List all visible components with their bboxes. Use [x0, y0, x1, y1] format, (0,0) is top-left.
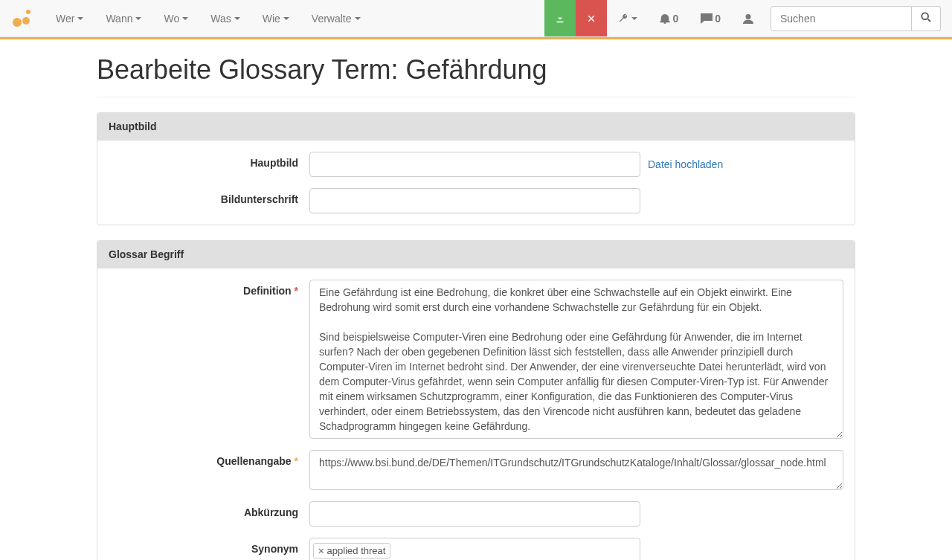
svg-point-0 — [13, 18, 22, 27]
search-box — [765, 0, 952, 36]
nav-wer[interactable]: Wer — [45, 0, 94, 36]
save-button[interactable] — [544, 0, 576, 36]
textarea-definition[interactable] — [309, 280, 843, 439]
nav-wie[interactable]: Wie — [251, 0, 300, 36]
nav-verwalte[interactable]: Verwalte — [300, 0, 372, 36]
close-icon — [587, 13, 596, 24]
panel-hauptbild: Hauptbild Hauptbild Datei hochladen Bild… — [97, 112, 855, 225]
comment-icon — [701, 13, 713, 24]
nav-wann[interactable]: Wann — [94, 0, 152, 36]
synonym-tag-input[interactable]: × applied threat — [309, 538, 640, 560]
cancel-button[interactable] — [576, 0, 607, 36]
textarea-source[interactable] — [309, 450, 843, 490]
user-icon — [743, 13, 753, 24]
panel-glossar-header: Glossar Begriff — [97, 241, 855, 268]
input-hauptbild[interactable] — [309, 152, 640, 177]
logo-icon — [11, 7, 33, 30]
label-abbr: Abkürzung — [109, 501, 309, 518]
nav-was[interactable]: Was — [199, 0, 251, 36]
svg-point-1 — [22, 17, 30, 25]
navbar: Wer Wann Wo Was Wie Verwalte 0 0 — [0, 0, 952, 37]
search-icon — [921, 12, 931, 22]
wrench-icon — [618, 13, 628, 24]
upload-link[interactable]: Datei hochladen — [648, 158, 723, 170]
input-caption[interactable] — [309, 188, 640, 213]
nav-wo[interactable]: Wo — [152, 0, 199, 36]
nav-left: Wer Wann Wo Was Wie Verwalte — [45, 0, 544, 36]
tag-remove-icon[interactable]: × — [318, 545, 324, 556]
svg-point-4 — [922, 13, 928, 19]
tools-menu[interactable] — [607, 0, 649, 36]
synonym-tag: × applied threat — [313, 543, 390, 559]
search-input[interactable] — [771, 6, 912, 31]
navbar-brand[interactable] — [0, 0, 45, 36]
main-container: Bearbeite Glossary Term: Gefährdung Haup… — [86, 39, 866, 560]
messages[interactable]: 0 — [689, 0, 732, 36]
bell-icon — [660, 13, 670, 24]
user-menu[interactable] — [732, 0, 765, 36]
synonym-tag-label: applied threat — [327, 545, 386, 556]
svg-point-2 — [26, 10, 30, 14]
input-abbr[interactable] — [309, 501, 640, 527]
page-title: Bearbeite Glossary Term: Gefährdung — [97, 54, 855, 86]
download-icon — [556, 13, 565, 24]
label-caption: Bildunterschrift — [109, 188, 309, 205]
label-synonym: Synonym — [109, 538, 309, 555]
label-hauptbild: Hauptbild — [109, 152, 309, 169]
divider — [97, 97, 855, 97]
label-source: Quellenangabe * — [109, 450, 309, 467]
panel-hauptbild-header: Hauptbild — [97, 113, 855, 141]
panel-glossar: Glossar Begriff Definition * Quellenanga… — [97, 240, 855, 560]
notifications[interactable]: 0 — [649, 0, 689, 36]
search-button[interactable] — [912, 6, 941, 31]
svg-point-3 — [746, 13, 751, 19]
label-definition: Definition * — [109, 280, 309, 297]
nav-right: 0 0 — [544, 0, 952, 36]
